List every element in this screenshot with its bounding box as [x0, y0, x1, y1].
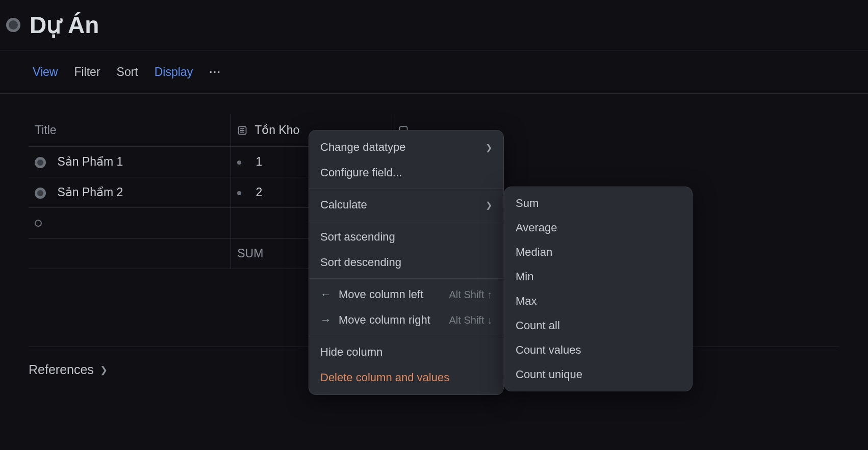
shortcut-label: Alt Shift ↑	[449, 289, 492, 301]
list-icon	[237, 125, 247, 136]
menu-label: Median	[516, 246, 552, 259]
cell-title: Sản Phẩm 1	[57, 155, 123, 168]
menu-label: Calculate	[320, 198, 367, 211]
display-button[interactable]: Display	[155, 65, 193, 79]
menu-label: Delete column and values	[320, 371, 449, 384]
chevron-right-icon: ❯	[486, 200, 492, 210]
submenu-median[interactable]: Median	[504, 240, 692, 264]
menu-label: Count unique	[516, 368, 582, 381]
menu-label: Hide column	[320, 346, 382, 359]
menu-divider	[309, 278, 503, 279]
empty-circle-icon	[35, 220, 42, 227]
menu-divider	[309, 189, 503, 189]
menu-label: Configure field...	[320, 166, 402, 179]
menu-label: Average	[516, 221, 557, 234]
submenu-max[interactable]: Max	[504, 289, 692, 313]
cell-title: Sản Phẩm 2	[57, 186, 123, 199]
menu-sort-ascending[interactable]: Sort ascending	[309, 224, 503, 250]
column-context-menu: Change datatype ❯ Configure field... Cal…	[309, 130, 504, 395]
submenu-sum[interactable]: Sum	[504, 191, 692, 216]
arrow-right-icon: →	[320, 313, 330, 327]
menu-hide-column[interactable]: Hide column	[309, 339, 503, 365]
menu-move-left[interactable]: ← Move column left Alt Shift ↑	[309, 282, 503, 307]
row-bullet-icon	[35, 157, 46, 168]
calculate-submenu: Sum Average Median Min Max Count all Cou…	[504, 187, 693, 391]
menu-configure-field[interactable]: Configure field...	[309, 160, 503, 186]
column-header-title[interactable]: Title	[29, 114, 231, 147]
more-button[interactable]: ···	[209, 66, 221, 78]
submenu-average[interactable]: Average	[504, 216, 692, 240]
menu-label: Move column right	[339, 313, 430, 327]
menu-label: Max	[516, 295, 537, 308]
dot-icon	[237, 161, 241, 165]
submenu-min[interactable]: Min	[504, 264, 692, 289]
column-header-label: Tồn Kho	[254, 123, 299, 137]
dot-icon	[237, 191, 241, 195]
menu-calculate[interactable]: Calculate ❯	[309, 192, 503, 218]
menu-label: Min	[516, 270, 533, 283]
submenu-count-unique[interactable]: Count unique	[504, 362, 692, 387]
view-button[interactable]: View	[33, 65, 58, 79]
menu-label: Sort descending	[320, 256, 401, 269]
menu-move-right[interactable]: → Move column right Alt Shift ↓	[309, 307, 503, 333]
menu-label: Count values	[516, 343, 581, 357]
submenu-count-all[interactable]: Count all	[504, 313, 692, 338]
menu-label: Change datatype	[320, 141, 406, 154]
menu-divider	[309, 336, 503, 336]
shortcut-label: Alt Shift ↓	[449, 314, 492, 326]
menu-label: Sort ascending	[320, 230, 395, 244]
menu-change-datatype[interactable]: Change datatype ❯	[309, 135, 503, 160]
menu-label: Move column left	[339, 288, 423, 301]
cell-value: 1	[256, 155, 263, 168]
toolbar: View Filter Sort Display ···	[0, 50, 868, 94]
chevron-right-icon: ❯	[100, 364, 108, 376]
sort-button[interactable]: Sort	[117, 65, 138, 79]
menu-label: Count all	[516, 319, 560, 332]
submenu-count-values[interactable]: Count values	[504, 338, 692, 362]
menu-divider	[309, 221, 503, 221]
row-bullet-icon	[35, 188, 46, 199]
cell-value: 2	[256, 186, 263, 199]
arrow-left-icon: ←	[320, 288, 330, 301]
menu-sort-descending[interactable]: Sort descending	[309, 250, 503, 275]
menu-delete-column[interactable]: Delete column and values	[309, 365, 503, 390]
sum-label: SUM	[237, 247, 263, 260]
page-title: Dự Án	[30, 11, 99, 39]
menu-label: Sum	[516, 197, 539, 210]
chevron-right-icon: ❯	[486, 143, 492, 152]
page-bullet-icon	[6, 18, 20, 32]
column-header-label: Title	[35, 123, 57, 137]
references-label: References	[29, 362, 94, 377]
filter-button[interactable]: Filter	[74, 65, 100, 79]
